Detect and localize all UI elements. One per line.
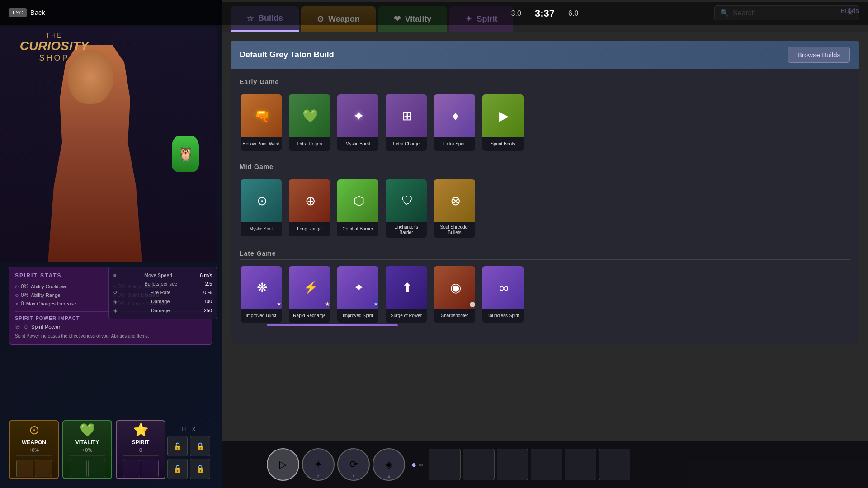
move-speed-row: ≡ Move Speed 6 m/s	[113, 272, 212, 279]
build-header: Default Grey Talon Build Browse Builds	[231, 41, 859, 69]
long-range-icon: ⊕	[289, 179, 331, 222]
item-extra-spirit[interactable]: ♦ Extra Spirit	[433, 94, 476, 152]
spirit-name: SPIRIT	[132, 439, 150, 446]
item-mystic-burst[interactable]: ✦ Mystic Burst	[336, 94, 379, 152]
item-mystic-shot[interactable]: ⊙ Mystic Shot	[240, 178, 283, 239]
browse-builds-button[interactable]: Browse Builds	[788, 47, 850, 63]
extra-spirit-name: Extra Spirit	[434, 137, 475, 151]
back-button[interactable]: Back	[30, 9, 45, 16]
damage1-label: Damage	[151, 299, 170, 305]
mystic-burst-name: Mystic Burst	[337, 137, 378, 151]
weapon-bar	[16, 455, 52, 456]
ability-slot-2[interactable]: ✦ 2	[302, 448, 335, 481]
range-label: Ability Range	[31, 292, 60, 298]
sharpshooter-name: Sharpshooter	[434, 309, 475, 323]
center-connector: ◆ ∞	[411, 461, 423, 468]
item-sharpshooter[interactable]: ◉ Sharpshooter	[433, 265, 476, 324]
item-slot-1	[429, 449, 461, 480]
builds-tab-indicator	[267, 324, 398, 326]
ability-bar: ▷ 1 ✦ 2 ⟳ 3 ◈ 4 ◆ ∞	[222, 441, 868, 488]
improved-spirit-icon: ✦ ★	[337, 266, 379, 309]
sharpshooter-icon: ◉	[434, 266, 476, 309]
item-slot-2	[463, 449, 495, 480]
item-extra-regen[interactable]: 💚 Extra Regen	[288, 94, 331, 152]
stat-ability-cooldown: ⊙ 0% Ability Cooldown	[15, 283, 110, 290]
flex-slots: 🔒 🔒 🔒 🔒	[167, 436, 210, 479]
item-slot-4	[531, 449, 562, 480]
hollow-point-ward-name: Hollow Point Ward	[241, 137, 282, 151]
sprint-boots-name: Sprint Boots	[482, 137, 524, 151]
ability-slots: ▷ 1 ✦ 2 ⟳ 3 ◈ 4	[267, 448, 405, 481]
score-right: 6.0	[568, 9, 578, 18]
move-speed-label: Move Speed	[144, 272, 172, 278]
bullets-row: ≡ Bullets per sec 2.5	[113, 280, 212, 287]
mystic-shot-icon: ⊙	[241, 179, 283, 222]
top-bar: ESC Back	[0, 0, 222, 25]
improved-spirit-name: Improved Spirit	[337, 309, 378, 323]
cooldown-icon: ⊙	[15, 284, 19, 289]
item-long-range[interactable]: ⊕ Long Range	[288, 178, 331, 239]
early-game-section: Early Game 🔫 Hollow Point Ward 💚 Extra R…	[240, 78, 850, 152]
item-improved-spirit[interactable]: ✦ ★ Improved Spirit	[336, 265, 379, 324]
improved-burst-name: Improved Burst	[241, 309, 282, 323]
logo-shop: SHOP	[9, 53, 99, 63]
late-game-title: Late Game	[240, 250, 850, 260]
owl-decoration: 🦉	[172, 136, 199, 172]
flex-slot-3: 🔒	[167, 459, 188, 479]
item-hollow-point-ward[interactable]: 🔫 Hollow Point Ward	[240, 94, 283, 152]
ability-slot-4[interactable]: ◈ 4	[373, 448, 405, 481]
damage2-row: ◈ Damage 250	[113, 307, 212, 314]
fire-rate-val: 0 %	[203, 290, 212, 296]
item-boundless-spirit[interactable]: ∞ Boundless Spirit	[481, 265, 524, 324]
flex-slot-4: 🔒	[190, 459, 210, 479]
spirit-icon: ⭐	[133, 422, 149, 437]
damage2-label: Damage	[151, 308, 170, 314]
long-range-name: Long Range	[289, 222, 330, 236]
mid-game-title: Mid Game	[240, 163, 850, 173]
boundless-spirit-icon: ∞	[482, 266, 524, 309]
item-combat-barrier[interactable]: ⬡ Combat Barrier	[336, 178, 379, 239]
item-extra-charge[interactable]: ⊞ Extra Charge	[385, 94, 428, 152]
esc-button[interactable]: ESC	[9, 8, 27, 17]
improved-burst-icon: ❋ ★	[241, 266, 283, 309]
fire-rate-row: ⟳ Fire Rate 0 %	[113, 289, 212, 296]
vitality-icon: 💚	[80, 422, 95, 437]
extra-spirit-icon: ♦	[434, 94, 476, 137]
late-game-section: Late Game ❋ ★ Improved Burst ⚡ ★	[240, 250, 850, 324]
spirit-upgrade-card[interactable]: ⭐ SPIRIT 0	[116, 420, 165, 479]
early-game-items: 🔫 Hollow Point Ward 💚 Extra Regen ✦	[240, 94, 850, 152]
rapid-recharge-name: Rapid Recharge	[289, 309, 330, 323]
flex-slot-2: 🔒	[190, 436, 210, 456]
extra-regen-icon: 💚	[289, 94, 331, 137]
rapid-recharge-icon: ⚡ ★	[289, 266, 331, 309]
ability-slot-1[interactable]: ▷ 1	[267, 448, 299, 481]
ability-slot-3[interactable]: ⟳ 3	[337, 448, 370, 481]
combat-barrier-name: Combat Barrier	[337, 222, 378, 236]
logo-curiosity: CURIOSITY	[9, 39, 99, 53]
vitality-slot-1	[70, 460, 87, 477]
item-sprint-boots[interactable]: ▶ Sprint Boots	[481, 94, 524, 152]
boundless-spirit-name: Boundless Spirit	[482, 309, 524, 323]
stat-ability-range: ⊙ 0% Ability Range	[15, 292, 110, 298]
spirit-power-label: Spirit Power	[31, 324, 61, 330]
shop-logo: THE CURIOSITY SHOP	[9, 32, 99, 63]
extra-charge-name: Extra Charge	[386, 137, 427, 151]
item-surge-of-power[interactable]: ⬆ Surge of Power	[385, 265, 428, 324]
item-soul-shredder-bullets[interactable]: ⊗ Soul Shredder Bullets	[433, 178, 476, 239]
item-enchanters-barrier[interactable]: 🛡 Enchanter's Barrier	[385, 178, 428, 239]
game-timer: 3:37	[535, 8, 555, 19]
cooldown-label: Ability Cooldown	[31, 284, 67, 289]
stat-max-charges: ✦ 0 Max Charges Increase	[15, 300, 110, 307]
spirit-power-zero: 0	[24, 324, 28, 330]
weapon-upgrade-card[interactable]: ⊙ WEAPON +0%	[9, 420, 59, 479]
item-slot-3	[497, 449, 528, 480]
surge-of-power-name: Surge of Power	[386, 309, 427, 323]
vitality-upgrade-card[interactable]: 💚 VITALITY +0%	[62, 420, 112, 479]
spirit-pct: 0	[139, 447, 142, 453]
build-title: Default Grey Talon Build	[240, 50, 334, 60]
surge-of-power-icon: ⬆	[386, 266, 428, 309]
item-rapid-recharge[interactable]: ⚡ ★ Rapid Recharge	[288, 265, 331, 324]
item-improved-burst[interactable]: ❋ ★ Improved Burst	[240, 265, 283, 324]
flex-area: FLEX 🔒 🔒 🔒 🔒	[167, 426, 210, 479]
item-slot-5	[565, 449, 596, 480]
